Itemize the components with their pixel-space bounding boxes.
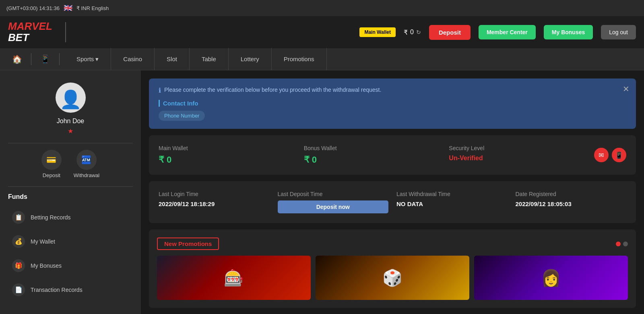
nav-casino[interactable]: Casino <box>111 48 155 70</box>
promo-card-2[interactable]: 🎲 <box>316 256 469 300</box>
bonus-wallet-value: ₹ 0 <box>304 155 441 165</box>
promotions-header: New Promotions <box>157 238 628 250</box>
main-wallet-badge[interactable]: Main Wallet <box>359 27 396 37</box>
balance-symbol: ₹ <box>404 29 408 36</box>
nav-promotions[interactable]: Promotions <box>272 48 327 70</box>
sidebar-item-my-wallet[interactable]: 💰 My Wallet <box>8 229 133 254</box>
top-bar: (GMT+03:00) 14:31:36 🇬🇧 ₹ INR English <box>0 0 644 16</box>
security-icons: ✉ 📱 <box>594 145 626 165</box>
close-banner-button[interactable]: ✕ <box>623 84 630 94</box>
promo-card-1[interactable]: 🎰 <box>157 256 311 300</box>
last-login-label: Last Login Time <box>159 191 270 197</box>
home-icon[interactable]: 🏠 <box>8 54 26 64</box>
deposit-action-icon: 💳 <box>41 150 62 170</box>
promo-cards: 🎰 🎲 👩 <box>157 256 628 300</box>
logo[interactable]: MARVEL BET <box>8 21 52 44</box>
promotions-label: New Promotions <box>157 238 219 250</box>
date-registered-value: 2022/09/12 18:05:03 <box>516 200 627 207</box>
withdrawal-action-icon: 🏧 <box>76 150 97 170</box>
contact-info-label: Contact Info <box>159 100 626 107</box>
avatar-section: 👤 John Doe ★ <box>8 83 133 135</box>
member-center-button[interactable]: Member Center <box>479 25 536 39</box>
my-bonuses-header-button[interactable]: My Bonuses <box>544 25 593 39</box>
logout-button[interactable]: Log out <box>601 25 636 39</box>
sidebar-item-transaction-records[interactable]: 📄 Transaction Records <box>8 278 133 302</box>
balance-value: 0 <box>410 29 414 36</box>
security-level-value: Un-Verified <box>449 155 586 162</box>
funds-heading: Funds <box>8 193 133 200</box>
nav-slot[interactable]: Slot <box>155 48 190 70</box>
avatar: 👤 <box>56 83 86 113</box>
nav-divider-2 <box>59 53 60 65</box>
timezone-text: (GMT+03:00) 14:31:36 <box>6 5 60 11</box>
last-login-value: 2022/09/12 18:18:29 <box>159 200 270 207</box>
bonus-wallet-label: Bonus Wallet <box>304 145 441 151</box>
betting-records-label: Betting Records <box>31 214 71 221</box>
my-wallet-icon: 💰 <box>12 235 25 248</box>
main-wallet-label: Main Wallet <box>159 145 296 151</box>
promotions-section: New Promotions 🎰 🎲 👩 <box>149 229 636 308</box>
transaction-records-label: Transaction Records <box>31 287 83 293</box>
nav-table[interactable]: Table <box>190 48 229 70</box>
main-wallet-value: ₹ 0 <box>159 155 296 165</box>
my-bonuses-icon: 🎁 <box>12 259 25 272</box>
main-content: 👤 John Doe ★ 💳 Deposit 🏧 Withdrawal Fund… <box>0 70 644 314</box>
sidebar-divider <box>8 143 133 143</box>
promo-dot-2[interactable] <box>623 242 628 246</box>
mobile-icon[interactable]: 📱 <box>36 54 54 64</box>
deposit-now-button[interactable]: Deposit now <box>278 200 389 213</box>
promo-dots <box>616 242 628 246</box>
promo-card-3[interactable]: 👩 <box>474 256 628 300</box>
sports-label: Sports <box>76 56 94 62</box>
promo-card-3-image: 👩 <box>474 256 628 300</box>
sidebar-item-betting-records[interactable]: 📋 Betting Records <box>8 205 133 229</box>
last-withdrawal-value: NO DATA <box>396 200 508 207</box>
promo-dot-1[interactable] <box>616 242 621 246</box>
last-login-info: Last Login Time 2022/09/12 18:18:29 <box>159 191 270 213</box>
action-buttons: 💳 Deposit 🏧 Withdrawal <box>8 150 133 178</box>
withdrawal-action-label: Withdrawal <box>74 172 99 178</box>
balance-display: ₹ 0 ↻ <box>404 29 421 36</box>
avatar-person-icon: 👤 <box>60 91 82 108</box>
star-rating: ★ <box>68 127 73 135</box>
refresh-icon[interactable]: ↻ <box>416 29 421 35</box>
promo-card-2-image: 🎲 <box>316 256 469 300</box>
logo-bet: BET <box>8 31 29 43</box>
phone-security-icon[interactable]: 📱 <box>612 148 626 162</box>
login-info-grid: Last Login Time 2022/09/12 18:18:29 Last… <box>149 181 636 223</box>
my-bonuses-label: My Bonuses <box>31 262 62 269</box>
last-withdrawal-label: Last Withdrawal Time <box>396 191 508 197</box>
right-panel: ℹ Please complete the verification below… <box>141 70 644 314</box>
deposit-action-button[interactable]: 💳 Deposit <box>41 150 62 178</box>
betting-records-icon: 📋 <box>12 211 25 224</box>
email-security-icon[interactable]: ✉ <box>594 148 609 162</box>
withdrawal-action-button[interactable]: 🏧 Withdrawal <box>74 150 99 178</box>
deposit-action-label: Deposit <box>43 172 60 178</box>
nav-sports[interactable]: Sports ▾ <box>64 48 111 70</box>
nav-bar: 🏠 📱 Sports ▾ Casino Slot Table Lottery P… <box>0 48 644 70</box>
sidebar-item-my-bonuses[interactable]: 🎁 My Bonuses <box>8 254 133 278</box>
last-deposit-info: Last Deposit Time Deposit now <box>278 191 389 213</box>
security-level-info: Security Level Un-Verified <box>449 145 586 165</box>
phone-number-badge[interactable]: Phone Number <box>159 111 205 121</box>
nav-lottery[interactable]: Lottery <box>229 48 272 70</box>
deposit-button[interactable]: Deposit <box>429 25 471 40</box>
sidebar-divider-2 <box>8 186 133 187</box>
verification-banner: ℹ Please complete the verification below… <box>149 78 636 129</box>
date-registered-label: Date Registered <box>516 191 627 197</box>
sports-chevron: ▾ <box>95 56 99 63</box>
last-deposit-label: Last Deposit Time <box>278 191 389 197</box>
logo-divider <box>65 22 66 42</box>
bonus-wallet-info: Bonus Wallet ₹ 0 <box>304 145 441 165</box>
security-level-label: Security Level <box>449 145 586 151</box>
promo-card-1-image: 🎰 <box>157 256 311 300</box>
my-wallet-label: My Wallet <box>31 238 55 245</box>
main-wallet-info: Main Wallet ₹ 0 <box>159 145 296 165</box>
date-registered-info: Date Registered 2022/09/12 18:05:03 <box>516 191 627 213</box>
info-icon: ℹ <box>159 87 161 94</box>
currency-language-text: ₹ INR English <box>76 5 109 11</box>
wallet-info-grid: Main Wallet ₹ 0 Bonus Wallet ₹ 0 Securit… <box>149 135 636 175</box>
verification-message: ℹ Please complete the verification below… <box>159 87 626 94</box>
nav-divider-1 <box>31 53 31 65</box>
last-withdrawal-info: Last Withdrawal Time NO DATA <box>396 191 508 213</box>
